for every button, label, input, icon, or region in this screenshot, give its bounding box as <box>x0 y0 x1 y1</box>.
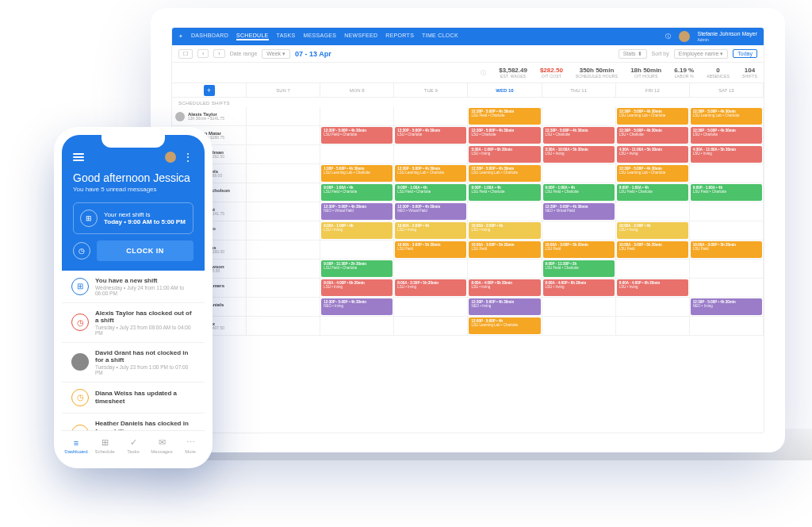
day-cell[interactable]: 12:30P - 5:00P • 4h 30minNEO • Virtual F… <box>320 202 394 221</box>
day-cell[interactable] <box>247 279 320 297</box>
day-cell[interactable] <box>394 260 468 278</box>
nav-tab-newsfeed[interactable]: NEWSFEED <box>344 33 377 40</box>
day-cell[interactable]: 12:30P - 5:00P • 4h 30minNEO • Virtual F… <box>394 202 468 221</box>
day-cell[interactable]: 9:00P - 11:30P • 2hLSU Field • Charlotte <box>542 260 616 278</box>
shift-block[interactable]: 3:30A - 10:00A • 5h 30minLSU • Irving <box>543 146 615 163</box>
tab-tasks[interactable]: ✓Tasks <box>119 431 147 460</box>
day-header[interactable]: WED 10 <box>468 83 542 97</box>
shift-block[interactable]: 12:30P - 5:00P • 4h 30minLSU • Charlotte <box>691 127 762 144</box>
shift-block[interactable]: 10:00A - 3:00P • 5h 20minLSU Field <box>395 241 466 258</box>
day-cell[interactable] <box>542 221 616 240</box>
day-cell[interactable] <box>247 240 320 259</box>
shift-block[interactable]: 9:00P - 1:00A • 4hLSU Field • Charlotte <box>321 184 393 201</box>
day-cell[interactable] <box>394 145 468 163</box>
feed-item[interactable]: ◷Diana Weiss has updated a timesheet <box>62 383 205 414</box>
shift-block[interactable]: 9:00P - 11:30P • 2hLSU Field • Charlotte <box>543 260 615 277</box>
date-range[interactable]: 07 - 13 Apr <box>295 50 331 58</box>
day-cell[interactable]: 12:30P - 5:00P • 4h 30minLSU Learning La… <box>690 107 764 125</box>
feed-item[interactable]: ⊞You have a new shiftWednesday • July 24… <box>62 271 205 303</box>
shift-block[interactable]: 8:00A - 4:00P • 6h 20minLSU • Irving <box>617 279 688 296</box>
day-cell[interactable] <box>690 317 764 335</box>
shift-block[interactable]: 9:00P - 1:00A • 4hLSU Field • Charlotte <box>691 184 762 201</box>
shift-block[interactable]: 5:30A - 1:00P • 6h 30minLSU • Irving <box>469 146 540 163</box>
day-cell[interactable] <box>542 298 616 316</box>
day-cell[interactable]: 10:00A - 2:00P • 4hLSU • Irving <box>616 221 690 240</box>
day-cell[interactable] <box>247 298 320 316</box>
day-cell[interactable] <box>247 260 320 278</box>
day-cell[interactable]: 12:30P - 5:00P • 4h 30minNEO • Irving <box>690 298 764 316</box>
shift-block[interactable]: 12:30P - 5:00P • 4h 30minLSU Learning La… <box>617 165 688 182</box>
day-cell[interactable]: 9:00A - 1:00P • 4hLSU • Irving <box>320 221 394 240</box>
day-cell[interactable]: 9:00P - 1:00A • 4hLSU Field • Charlotte <box>320 183 394 202</box>
day-cell[interactable]: 3:30A - 10:00A • 5h 30minLSU • Irving <box>542 145 616 163</box>
day-cell[interactable] <box>247 221 320 240</box>
day-cell[interactable]: 10:00A - 2:00P • 4hLSU • Irving <box>394 221 468 240</box>
clock-in-button[interactable]: CLOCK IN <box>97 240 193 261</box>
prev-week-button[interactable]: ‹ <box>197 49 209 58</box>
day-cell[interactable] <box>247 126 320 144</box>
day-cell[interactable]: 10:00A - 3:00P • 5h 20minLSU Field <box>394 240 468 259</box>
day-cell[interactable]: 12:30P - 5:00P • 4h 30minLSU • Charlotte <box>690 126 764 144</box>
day-cell[interactable]: 9:00P - 1:00A • 4hLSU Field • Charlotte <box>616 183 690 202</box>
shift-block[interactable]: 8:00A - 2:30P • 5h 30minLSU • Irving <box>395 279 466 296</box>
shift-block[interactable]: 12:30P - 5:00P • 4h 30minLSU • Charlotte <box>543 127 615 144</box>
day-cell[interactable]: 12:30P - 5:00P • 4h 30minLSU Field • Cha… <box>468 107 542 125</box>
shift-block[interactable]: 4:30A - 11:00A • 5h 30minLSU • Irving <box>617 146 688 163</box>
feed-item[interactable]: ◷Heather Daniels has clocked in for a sh… <box>62 414 205 430</box>
day-cell[interactable]: 4:30A - 11:00A • 5h 30minLSU • Irving <box>616 145 690 163</box>
stats-button[interactable]: Stats ⬍ <box>619 49 647 59</box>
shift-block[interactable]: 10:00A - 3:00P • 5h 20minLSU Field <box>691 241 762 258</box>
day-header[interactable]: THU 11 <box>542 83 616 97</box>
shift-block[interactable]: 12:00P - 5:00P • 4hLSU Learning Lab • Ch… <box>469 317 540 334</box>
day-cell[interactable] <box>247 145 320 163</box>
info-icon[interactable]: ⓘ <box>481 69 486 77</box>
day-cell[interactable]: 12:30P - 5:00P • 4h 30minLSU Learning La… <box>394 164 468 183</box>
nav-tab-messages[interactable]: MESSAGES <box>304 33 337 40</box>
day-cell[interactable]: 9:00P - 1:00A • 4hLSU Field • Charlotte <box>468 183 542 202</box>
shift-block[interactable]: 9:00P - 1:00A • 4hLSU Field • Charlotte <box>543 184 615 201</box>
day-cell[interactable]: 10:00A - 2:00P • 4hLSU • Irving <box>468 221 542 240</box>
more-icon[interactable]: ⋮ <box>182 151 193 163</box>
day-cell[interactable] <box>542 164 616 183</box>
day-cell[interactable] <box>690 221 764 240</box>
avatar[interactable] <box>679 31 690 42</box>
day-cell[interactable]: 10:00A - 3:00P • 5h 20minLSU Field <box>468 240 542 259</box>
day-cell[interactable] <box>394 107 468 125</box>
add-shift-button[interactable]: + <box>204 85 215 96</box>
feed-item[interactable]: ◷Alexis Taylor has clocked out of a shif… <box>62 303 205 343</box>
day-cell[interactable]: 12:30P - 5:00P • 4h 30minLSU • Charlotte <box>616 126 690 144</box>
shift-block[interactable]: 12:30P - 5:00P • 4h 30minNEO • Virtual F… <box>543 203 615 220</box>
day-cell[interactable]: 12:30P - 5:00P • 4h 30minLSU • Charlotte <box>468 126 542 144</box>
today-button[interactable]: Today <box>733 49 757 58</box>
day-cell[interactable] <box>320 145 394 163</box>
shift-block[interactable]: 12:30P - 5:00P • 4h 30minLSU Field • Cha… <box>469 108 540 125</box>
day-header[interactable]: SUN 7 <box>247 83 320 97</box>
help-icon[interactable]: ⓘ <box>665 33 671 40</box>
day-cell[interactable]: 10:00A - 3:00P • 5h 20minLSU Field <box>690 240 764 259</box>
day-cell[interactable] <box>320 107 394 125</box>
tab-schedule[interactable]: ⊞Schedule <box>90 431 119 460</box>
day-cell[interactable] <box>542 317 616 335</box>
day-cell[interactable]: 9:00P - 1:00A • 4hLSU Field • Charlotte <box>542 183 616 202</box>
shift-block[interactable]: 10:00A - 2:00P • 4hLSU • Irving <box>395 222 466 239</box>
feed-item[interactable]: David Grant has not clocked in for a shi… <box>62 343 205 383</box>
day-cell[interactable]: 12:30P - 5:00P • 4h 30minLSU • Charlotte <box>394 126 468 144</box>
day-cell[interactable] <box>616 317 690 335</box>
day-cell[interactable]: 12:30P - 5:00P • 4h 30minNEO • Irving <box>468 298 542 316</box>
shift-block[interactable]: 12:30P - 5:00P • 4h 30minLSU Field • Cha… <box>321 127 393 144</box>
day-cell[interactable]: 12:30P - 5:00P • 4h 30minLSU • Charlotte <box>542 126 616 144</box>
day-header[interactable]: TUE 9 <box>394 83 468 97</box>
day-cell[interactable] <box>616 202 690 221</box>
day-cell[interactable]: 10:00A - 3:00P • 5h 20minLSU Field <box>616 240 690 259</box>
day-cell[interactable] <box>616 260 690 278</box>
shift-block[interactable]: 12:30P - 5:00P • 4h 30minLSU Learning La… <box>469 165 540 182</box>
day-cell[interactable]: 8:00A - 4:00P • 6h 20minLSU • Irving <box>542 279 616 297</box>
day-cell[interactable] <box>690 164 764 183</box>
shift-block[interactable]: 10:00A - 2:00P • 4hLSU • Irving <box>469 222 540 239</box>
day-header[interactable]: FRI 12 <box>616 83 690 97</box>
day-cell[interactable] <box>394 298 468 316</box>
day-cell[interactable]: 12:30P - 5:00P • 4h 30minLSU Learning La… <box>616 164 690 183</box>
menu-icon[interactable] <box>73 153 84 161</box>
shift-block[interactable]: 8:00A - 4:00P • 6h 20minLSU • Irving <box>469 279 540 296</box>
next-week-button[interactable]: › <box>213 49 224 58</box>
